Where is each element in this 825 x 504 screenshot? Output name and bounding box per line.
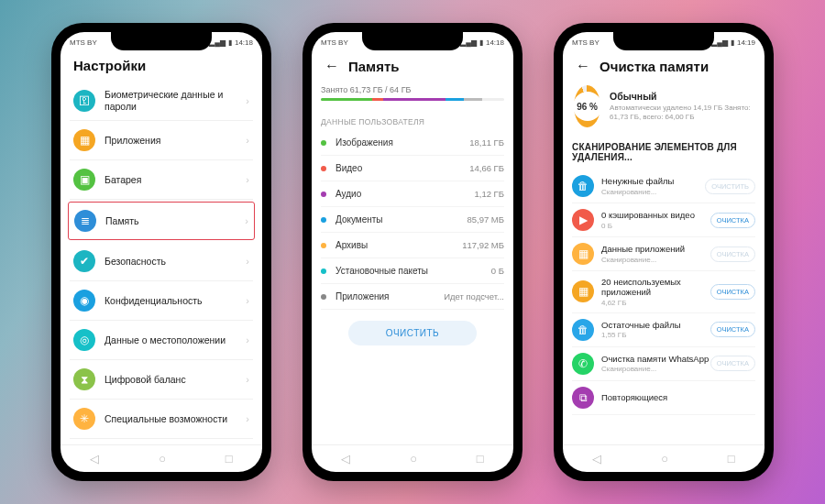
clean-action-button[interactable]: ОЧИСТКА	[710, 284, 755, 300]
color-dot	[321, 166, 326, 171]
cleanup-row[interactable]: ▦20 неиспользуемых приложений4,62 ГБОЧИС…	[572, 271, 755, 313]
used-text: Занято 61,73 ГБ / 64 ГБ	[321, 85, 504, 94]
nav-home-icon[interactable]: ○	[661, 452, 668, 466]
clean-action-button[interactable]: ОЧИСТКА	[710, 322, 755, 337]
row-label: Батарея	[104, 174, 246, 186]
carrier-label: MTS BY	[321, 38, 348, 47]
row-label: Аудио	[336, 189, 474, 199]
phone-settings: MTS BY ▂▄▆ ▮ 14:18 Настройки ⚿Биометриче…	[51, 23, 271, 481]
settings-row[interactable]: ▣Батарея›	[70, 160, 253, 200]
row-subtitle: Сканирование...	[601, 365, 710, 373]
settings-row[interactable]: ⧗Цифровой баланс›	[70, 360, 253, 400]
signal-icon: ▂▄▆	[209, 38, 226, 47]
bar-segment	[321, 98, 372, 101]
settings-row[interactable]: ⚿Биометрические данные и пароли›	[70, 81, 253, 121]
clean-action-button[interactable]: ОЧИСТКА	[710, 213, 755, 228]
page-title: Очистка памяти	[600, 59, 709, 74]
clean-action-button[interactable]: ОЧИСТИТЬ	[705, 179, 755, 194]
nav-back-icon[interactable]: ◁	[592, 452, 601, 466]
settings-row[interactable]: ✔Безопасность›	[70, 242, 253, 281]
storage-row[interactable]: Архивы117,92 МБ	[321, 233, 504, 258]
chevron-right-icon: ›	[246, 256, 249, 267]
nav-back-icon[interactable]: ◁	[90, 452, 99, 466]
cleanup-row[interactable]: ✆Очистка памяти WhatsAppСканирование...О…	[572, 347, 755, 381]
row-value: 85,97 МБ	[467, 214, 504, 225]
nav-recents-icon[interactable]: □	[477, 452, 484, 466]
clean-action-button[interactable]: ОЧИСТКА	[710, 247, 755, 262]
settings-row[interactable]: ▦Приложения›	[70, 121, 253, 160]
nav-recents-icon[interactable]: □	[226, 452, 233, 466]
cleanup-content[interactable]: 96 % Обычный Автоматически удалено 14,19…	[563, 82, 764, 444]
bar-segment	[383, 98, 446, 101]
row-icon: ✳	[73, 408, 95, 430]
row-value: Идет подсчет...	[444, 291, 504, 301]
header: Настройки	[60, 52, 262, 81]
row-title: Данные приложений	[601, 244, 710, 254]
row-subtitle: 1,55 ГБ	[601, 331, 710, 339]
color-dot	[321, 268, 326, 274]
chevron-right-icon: ›	[245, 215, 248, 226]
row-icon: 🗑	[572, 175, 594, 197]
row-subtitle: Сканирование...	[601, 188, 705, 196]
row-icon: ✆	[572, 353, 594, 375]
carrier-label: MTS BY	[572, 38, 600, 47]
settings-row[interactable]: ◎Данные о местоположении›	[70, 321, 253, 360]
row-label: Изображения	[336, 137, 469, 148]
nav-recents-icon[interactable]: □	[728, 452, 735, 466]
row-subtitle: Сканирование...	[601, 256, 710, 264]
clean-button[interactable]: ОЧИСТИТЬ	[348, 321, 477, 345]
nav-home-icon[interactable]: ○	[159, 452, 166, 466]
row-label: Конфиденциальность	[104, 295, 246, 307]
settings-list[interactable]: ⚿Биометрические данные и пароли›▦Приложе…	[60, 81, 262, 444]
back-button[interactable]: ←	[576, 58, 590, 74]
row-label: Приложения	[336, 291, 444, 301]
clean-action-button[interactable]: ОЧИСТКА	[710, 356, 755, 371]
cleanup-row[interactable]: ▶0 кэшированных видео0 БОЧИСТКА	[572, 203, 755, 237]
row-icon: ⧉	[572, 387, 594, 409]
storage-row[interactable]: Документы85,97 МБ	[321, 207, 504, 233]
storage-content[interactable]: Занято 61,73 ГБ / 64 ГБ ДАННЫЕ ПОЛЬЗОВАТ…	[312, 82, 513, 444]
phone-cleanup: MTS BY ▂▄▆ ▮ 14:19 ← Очистка памяти 96 %…	[554, 23, 774, 481]
chevron-right-icon: ›	[246, 135, 249, 146]
cleanup-row[interactable]: ⧉Повторяющиеся	[572, 381, 755, 415]
settings-row[interactable]: ◉Конфиденциальность›	[70, 281, 253, 321]
header: ← Память	[312, 52, 513, 82]
row-label: Память	[105, 215, 245, 227]
notch	[613, 32, 714, 50]
row-icon: ▶	[572, 209, 594, 231]
section-header: ДАННЫЕ ПОЛЬЗОВАТЕЛЯ	[321, 117, 504, 126]
battery-icon: ▮	[228, 38, 232, 47]
storage-bar	[321, 98, 504, 101]
cleanup-row[interactable]: ▦Данные приложенийСканирование...ОЧИСТКА	[572, 237, 755, 271]
chevron-right-icon: ›	[246, 174, 249, 185]
color-dot	[321, 217, 326, 223]
row-label: Приложения	[104, 135, 246, 147]
back-button[interactable]: ←	[324, 58, 339, 74]
cleanup-row[interactable]: 🗑Остаточные файлы1,55 ГБОЧИСТКА	[572, 313, 755, 347]
cleanup-row[interactable]: 🗑Ненужные файлыСканирование...ОЧИСТИТЬ	[572, 170, 755, 203]
clock: 14:18	[235, 38, 253, 47]
row-label: Безопасность	[104, 256, 246, 268]
settings-row[interactable]: ≣Память›	[68, 202, 255, 240]
row-value: 14,66 ГБ	[469, 163, 504, 173]
bar-segment	[372, 98, 383, 101]
summary-row: 96 % Обычный Автоматически удалено 14,19…	[572, 82, 755, 137]
nav-back-icon[interactable]: ◁	[341, 452, 350, 466]
settings-row[interactable]: ✳Специальные возможности›	[70, 400, 253, 439]
row-value: 117,92 МБ	[462, 240, 504, 250]
notch	[111, 32, 212, 50]
row-icon: ▦	[572, 243, 594, 265]
storage-row[interactable]: Изображения18,11 ГБ	[321, 130, 504, 156]
row-icon: ▦	[572, 280, 594, 302]
storage-row[interactable]: Аудио1,12 ГБ	[321, 181, 504, 207]
row-icon: 🗑	[572, 319, 594, 341]
storage-row[interactable]: ПриложенияИдет подсчет...	[321, 284, 504, 310]
row-label: Архивы	[336, 240, 462, 250]
storage-row[interactable]: Установочные пакеты0 Б	[321, 258, 504, 284]
row-title: Ненужные файлы	[601, 176, 705, 186]
nav-home-icon[interactable]: ○	[410, 452, 417, 466]
storage-row[interactable]: Видео14,66 ГБ	[321, 156, 504, 181]
nav-bar: ◁ ○ □	[60, 444, 262, 472]
usage-pct: 96 %	[577, 102, 598, 112]
row-subtitle: 4,62 ГБ	[601, 299, 710, 307]
